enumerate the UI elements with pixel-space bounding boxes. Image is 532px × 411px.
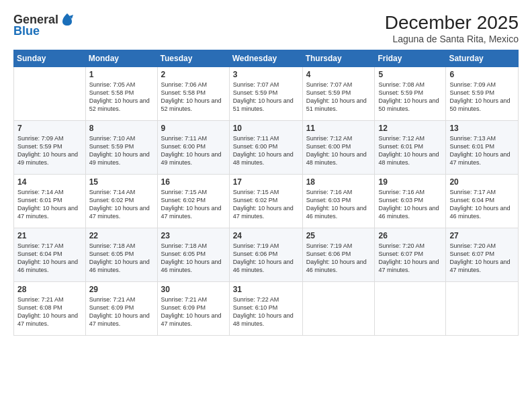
cell-content: Sunrise: 7:07 AM Sunset: 5:59 PM Dayligh… <box>306 81 371 113</box>
sunrise: Sunrise: 7:13 AM <box>449 135 496 142</box>
sunrise: Sunrise: 7:12 AM <box>378 135 425 142</box>
calendar-cell: 8 Sunrise: 7:10 AM Sunset: 5:59 PM Dayli… <box>85 121 157 175</box>
daylight: Daylight: 10 hours and 49 minutes. <box>17 151 78 166</box>
calendar-week-1: 1 Sunrise: 7:05 AM Sunset: 5:58 PM Dayli… <box>14 67 519 121</box>
sunrise: Sunrise: 7:16 AM <box>306 189 353 195</box>
sunset: Sunset: 5:59 PM <box>449 89 494 96</box>
sunrise: Sunrise: 7:18 AM <box>89 242 136 249</box>
sunrise: Sunrise: 7:10 AM <box>89 135 136 142</box>
calendar-cell: 23 Sunrise: 7:18 AM Sunset: 6:05 PM Dayl… <box>157 228 229 282</box>
day-number: 7 <box>17 124 82 133</box>
sunset: Sunset: 6:09 PM <box>161 304 206 311</box>
sunrise: Sunrise: 7:22 AM <box>233 296 279 303</box>
cell-content: Sunrise: 7:09 AM Sunset: 5:59 PM Dayligh… <box>449 81 515 113</box>
cell-content: Sunrise: 7:20 AM Sunset: 6:07 PM Dayligh… <box>449 242 515 275</box>
sunset: Sunset: 6:08 PM <box>17 304 62 311</box>
sunset: Sunset: 6:06 PM <box>233 250 278 257</box>
sunrise: Sunrise: 7:12 AM <box>306 135 353 142</box>
title-block: December 2025 Laguna de Santa Rita, Mexi… <box>385 12 519 44</box>
day-number: 21 <box>17 231 82 240</box>
daylight: Daylight: 10 hours and 47 minutes. <box>17 205 78 220</box>
calendar-cell: 6 Sunrise: 7:09 AM Sunset: 5:59 PM Dayli… <box>446 67 519 121</box>
calendar-cell: 14 Sunrise: 7:14 AM Sunset: 6:01 PM Dayl… <box>14 175 86 228</box>
daylight: Daylight: 10 hours and 51 minutes. <box>306 97 367 112</box>
calendar-cell <box>446 282 519 336</box>
sunrise: Sunrise: 7:21 AM <box>161 296 208 303</box>
day-number: 29 <box>89 285 154 294</box>
calendar-cell: 10 Sunrise: 7:11 AM Sunset: 6:00 PM Dayl… <box>229 121 302 175</box>
calendar-cell: 18 Sunrise: 7:16 AM Sunset: 6:03 PM Dayl… <box>302 175 375 228</box>
daylight: Daylight: 10 hours and 47 minutes. <box>449 151 510 166</box>
calendar-header-tuesday: Tuesday <box>157 50 229 67</box>
calendar-header-thursday: Thursday <box>302 50 375 67</box>
sunrise: Sunrise: 7:07 AM <box>306 81 353 88</box>
sunset: Sunset: 6:00 PM <box>306 143 351 150</box>
day-number: 18 <box>306 177 371 187</box>
daylight: Daylight: 10 hours and 46 minutes. <box>306 259 367 273</box>
day-number: 27 <box>449 231 515 240</box>
day-number: 22 <box>89 231 154 240</box>
daylight: Daylight: 10 hours and 46 minutes. <box>89 259 150 273</box>
calendar-cell: 26 Sunrise: 7:20 AM Sunset: 6:07 PM Dayl… <box>375 228 446 282</box>
cell-content: Sunrise: 7:15 AM Sunset: 6:02 PM Dayligh… <box>233 188 299 221</box>
cell-content: Sunrise: 7:08 AM Sunset: 5:59 PM Dayligh… <box>378 81 442 113</box>
cell-content: Sunrise: 7:22 AM Sunset: 6:10 PM Dayligh… <box>233 295 299 328</box>
sunrise: Sunrise: 7:16 AM <box>378 189 425 195</box>
daylight: Daylight: 10 hours and 50 minutes. <box>449 97 510 112</box>
cell-content: Sunrise: 7:11 AM Sunset: 6:00 PM Dayligh… <box>233 134 299 167</box>
day-number: 25 <box>306 231 371 240</box>
daylight: Daylight: 10 hours and 47 minutes. <box>89 205 150 220</box>
sunset: Sunset: 6:02 PM <box>89 197 134 203</box>
calendar-cell: 25 Sunrise: 7:19 AM Sunset: 6:06 PM Dayl… <box>302 228 375 282</box>
sunset: Sunset: 6:06 PM <box>306 250 351 257</box>
calendar-cell: 31 Sunrise: 7:22 AM Sunset: 6:10 PM Dayl… <box>229 282 302 336</box>
cell-content: Sunrise: 7:21 AM Sunset: 6:09 PM Dayligh… <box>161 295 226 328</box>
daylight: Daylight: 10 hours and 46 minutes. <box>306 205 367 220</box>
day-number: 9 <box>161 124 226 133</box>
day-number: 30 <box>161 285 226 294</box>
day-number: 24 <box>233 231 299 240</box>
sunset: Sunset: 5:59 PM <box>306 89 351 96</box>
calendar-cell: 3 Sunrise: 7:07 AM Sunset: 5:59 PM Dayli… <box>229 67 302 121</box>
sunrise: Sunrise: 7:05 AM <box>89 81 136 88</box>
day-number: 12 <box>378 124 442 133</box>
sunset: Sunset: 5:59 PM <box>233 89 278 96</box>
sunset: Sunset: 5:59 PM <box>17 143 62 150</box>
daylight: Daylight: 10 hours and 47 minutes. <box>161 312 222 327</box>
sunrise: Sunrise: 7:21 AM <box>89 296 136 303</box>
calendar-cell: 30 Sunrise: 7:21 AM Sunset: 6:09 PM Dayl… <box>157 282 229 336</box>
sunset: Sunset: 6:03 PM <box>378 197 423 203</box>
logo: General Blue <box>13 12 75 38</box>
sunrise: Sunrise: 7:18 AM <box>161 242 208 249</box>
cell-content: Sunrise: 7:18 AM Sunset: 6:05 PM Dayligh… <box>161 242 226 275</box>
cell-content: Sunrise: 7:07 AM Sunset: 5:59 PM Dayligh… <box>233 81 299 113</box>
sunset: Sunset: 5:59 PM <box>89 143 134 150</box>
calendar-cell: 9 Sunrise: 7:11 AM Sunset: 6:00 PM Dayli… <box>157 121 229 175</box>
calendar-cell: 12 Sunrise: 7:12 AM Sunset: 6:01 PM Dayl… <box>375 121 446 175</box>
calendar: SundayMondayTuesdayWednesdayThursdayFrid… <box>13 50 519 336</box>
daylight: Daylight: 10 hours and 47 minutes. <box>449 259 510 273</box>
sunset: Sunset: 6:05 PM <box>161 250 206 257</box>
calendar-cell: 21 Sunrise: 7:17 AM Sunset: 6:04 PM Dayl… <box>14 228 86 282</box>
sunrise: Sunrise: 7:15 AM <box>233 189 279 195</box>
calendar-cell: 4 Sunrise: 7:07 AM Sunset: 5:59 PM Dayli… <box>302 67 375 121</box>
sunset: Sunset: 5:58 PM <box>89 89 134 96</box>
sunset: Sunset: 5:59 PM <box>378 89 423 96</box>
day-number: 20 <box>449 177 515 187</box>
daylight: Daylight: 10 hours and 48 minutes. <box>306 151 367 166</box>
sunrise: Sunrise: 7:08 AM <box>378 81 425 88</box>
calendar-header-wednesday: Wednesday <box>229 50 302 67</box>
daylight: Daylight: 10 hours and 47 minutes. <box>378 259 439 273</box>
calendar-week-4: 21 Sunrise: 7:17 AM Sunset: 6:04 PM Dayl… <box>14 228 519 282</box>
calendar-week-5: 28 Sunrise: 7:21 AM Sunset: 6:08 PM Dayl… <box>14 282 519 336</box>
cell-content: Sunrise: 7:10 AM Sunset: 5:59 PM Dayligh… <box>89 134 154 167</box>
cell-content: Sunrise: 7:16 AM Sunset: 6:03 PM Dayligh… <box>378 188 442 221</box>
cell-content: Sunrise: 7:11 AM Sunset: 6:00 PM Dayligh… <box>161 134 226 167</box>
calendar-cell <box>14 67 86 121</box>
daylight: Daylight: 10 hours and 49 minutes. <box>89 151 150 166</box>
cell-content: Sunrise: 7:05 AM Sunset: 5:58 PM Dayligh… <box>89 81 154 113</box>
calendar-cell: 16 Sunrise: 7:15 AM Sunset: 6:02 PM Dayl… <box>157 175 229 228</box>
day-number: 3 <box>233 70 299 79</box>
location: Laguna de Santa Rita, Mexico <box>385 34 519 44</box>
cell-content: Sunrise: 7:19 AM Sunset: 6:06 PM Dayligh… <box>306 242 371 275</box>
